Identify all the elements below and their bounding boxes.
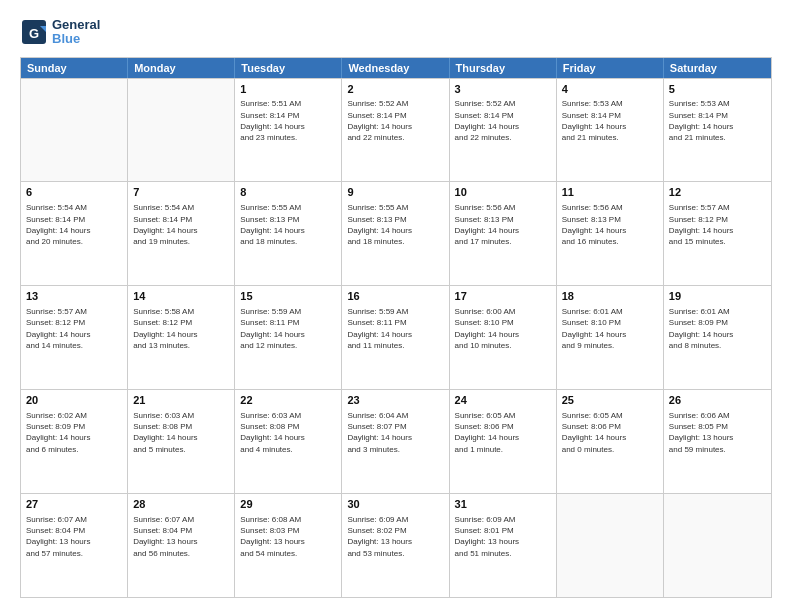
day-info: Sunrise: 6:09 AM Sunset: 8:02 PM Dayligh… [347,514,443,559]
day-cell-19: 19Sunrise: 6:01 AM Sunset: 8:09 PM Dayli… [664,286,771,389]
empty-cell-0-0 [21,79,128,182]
day-number: 21 [133,393,229,408]
calendar-row-3: 13Sunrise: 5:57 AM Sunset: 8:12 PM Dayli… [21,285,771,389]
logo-line2: Blue [52,32,100,46]
day-number: 5 [669,82,766,97]
calendar-header: SundayMondayTuesdayWednesdayThursdayFrid… [21,58,771,78]
day-number: 31 [455,497,551,512]
weekday-header-friday: Friday [557,58,664,78]
day-info: Sunrise: 6:08 AM Sunset: 8:03 PM Dayligh… [240,514,336,559]
day-number: 23 [347,393,443,408]
day-info: Sunrise: 5:57 AM Sunset: 8:12 PM Dayligh… [26,306,122,351]
weekday-header-saturday: Saturday [664,58,771,78]
day-cell-25: 25Sunrise: 6:05 AM Sunset: 8:06 PM Dayli… [557,390,664,493]
day-number: 28 [133,497,229,512]
day-info: Sunrise: 5:53 AM Sunset: 8:14 PM Dayligh… [562,98,658,143]
day-info: Sunrise: 6:03 AM Sunset: 8:08 PM Dayligh… [133,410,229,455]
day-info: Sunrise: 5:54 AM Sunset: 8:14 PM Dayligh… [133,202,229,247]
day-info: Sunrise: 6:04 AM Sunset: 8:07 PM Dayligh… [347,410,443,455]
day-number: 1 [240,82,336,97]
day-number: 2 [347,82,443,97]
day-cell-27: 27Sunrise: 6:07 AM Sunset: 8:04 PM Dayli… [21,494,128,597]
day-info: Sunrise: 6:06 AM Sunset: 8:05 PM Dayligh… [669,410,766,455]
day-cell-3: 3Sunrise: 5:52 AM Sunset: 8:14 PM Daylig… [450,79,557,182]
day-number: 9 [347,185,443,200]
day-info: Sunrise: 5:52 AM Sunset: 8:14 PM Dayligh… [455,98,551,143]
day-number: 10 [455,185,551,200]
day-info: Sunrise: 6:09 AM Sunset: 8:01 PM Dayligh… [455,514,551,559]
day-number: 14 [133,289,229,304]
day-number: 18 [562,289,658,304]
day-info: Sunrise: 5:56 AM Sunset: 8:13 PM Dayligh… [455,202,551,247]
weekday-header-tuesday: Tuesday [235,58,342,78]
day-cell-8: 8Sunrise: 5:55 AM Sunset: 8:13 PM Daylig… [235,182,342,285]
day-info: Sunrise: 5:58 AM Sunset: 8:12 PM Dayligh… [133,306,229,351]
logo-line1: General [52,18,100,32]
day-cell-26: 26Sunrise: 6:06 AM Sunset: 8:05 PM Dayli… [664,390,771,493]
day-cell-11: 11Sunrise: 5:56 AM Sunset: 8:13 PM Dayli… [557,182,664,285]
day-info: Sunrise: 6:05 AM Sunset: 8:06 PM Dayligh… [562,410,658,455]
day-number: 17 [455,289,551,304]
weekday-header-wednesday: Wednesday [342,58,449,78]
day-cell-15: 15Sunrise: 5:59 AM Sunset: 8:11 PM Dayli… [235,286,342,389]
calendar-row-1: 1Sunrise: 5:51 AM Sunset: 8:14 PM Daylig… [21,78,771,182]
empty-cell-0-1 [128,79,235,182]
day-cell-16: 16Sunrise: 5:59 AM Sunset: 8:11 PM Dayli… [342,286,449,389]
day-number: 11 [562,185,658,200]
calendar-row-4: 20Sunrise: 6:02 AM Sunset: 8:09 PM Dayli… [21,389,771,493]
day-number: 26 [669,393,766,408]
day-number: 29 [240,497,336,512]
empty-cell-4-6 [664,494,771,597]
day-cell-1: 1Sunrise: 5:51 AM Sunset: 8:14 PM Daylig… [235,79,342,182]
day-cell-23: 23Sunrise: 6:04 AM Sunset: 8:07 PM Dayli… [342,390,449,493]
day-number: 15 [240,289,336,304]
day-number: 20 [26,393,122,408]
day-cell-7: 7Sunrise: 5:54 AM Sunset: 8:14 PM Daylig… [128,182,235,285]
logo: G General Blue [20,18,100,47]
day-info: Sunrise: 5:55 AM Sunset: 8:13 PM Dayligh… [347,202,443,247]
svg-text:G: G [29,26,39,41]
day-number: 22 [240,393,336,408]
day-info: Sunrise: 5:57 AM Sunset: 8:12 PM Dayligh… [669,202,766,247]
day-cell-20: 20Sunrise: 6:02 AM Sunset: 8:09 PM Dayli… [21,390,128,493]
day-number: 3 [455,82,551,97]
day-info: Sunrise: 6:01 AM Sunset: 8:09 PM Dayligh… [669,306,766,351]
day-cell-17: 17Sunrise: 6:00 AM Sunset: 8:10 PM Dayli… [450,286,557,389]
day-info: Sunrise: 5:59 AM Sunset: 8:11 PM Dayligh… [347,306,443,351]
day-number: 13 [26,289,122,304]
day-info: Sunrise: 6:02 AM Sunset: 8:09 PM Dayligh… [26,410,122,455]
day-info: Sunrise: 5:55 AM Sunset: 8:13 PM Dayligh… [240,202,336,247]
day-number: 8 [240,185,336,200]
day-cell-4: 4Sunrise: 5:53 AM Sunset: 8:14 PM Daylig… [557,79,664,182]
logo-icon: G [20,18,48,46]
day-number: 12 [669,185,766,200]
day-cell-14: 14Sunrise: 5:58 AM Sunset: 8:12 PM Dayli… [128,286,235,389]
day-cell-31: 31Sunrise: 6:09 AM Sunset: 8:01 PM Dayli… [450,494,557,597]
day-info: Sunrise: 6:00 AM Sunset: 8:10 PM Dayligh… [455,306,551,351]
day-info: Sunrise: 5:53 AM Sunset: 8:14 PM Dayligh… [669,98,766,143]
day-cell-10: 10Sunrise: 5:56 AM Sunset: 8:13 PM Dayli… [450,182,557,285]
day-info: Sunrise: 5:52 AM Sunset: 8:14 PM Dayligh… [347,98,443,143]
day-info: Sunrise: 5:54 AM Sunset: 8:14 PM Dayligh… [26,202,122,247]
day-info: Sunrise: 6:05 AM Sunset: 8:06 PM Dayligh… [455,410,551,455]
day-cell-12: 12Sunrise: 5:57 AM Sunset: 8:12 PM Dayli… [664,182,771,285]
empty-cell-4-5 [557,494,664,597]
day-number: 30 [347,497,443,512]
weekday-header-thursday: Thursday [450,58,557,78]
day-number: 25 [562,393,658,408]
day-info: Sunrise: 6:03 AM Sunset: 8:08 PM Dayligh… [240,410,336,455]
day-info: Sunrise: 6:07 AM Sunset: 8:04 PM Dayligh… [26,514,122,559]
day-cell-24: 24Sunrise: 6:05 AM Sunset: 8:06 PM Dayli… [450,390,557,493]
calendar-row-2: 6Sunrise: 5:54 AM Sunset: 8:14 PM Daylig… [21,181,771,285]
day-cell-6: 6Sunrise: 5:54 AM Sunset: 8:14 PM Daylig… [21,182,128,285]
day-info: Sunrise: 6:01 AM Sunset: 8:10 PM Dayligh… [562,306,658,351]
day-number: 16 [347,289,443,304]
day-number: 4 [562,82,658,97]
day-cell-28: 28Sunrise: 6:07 AM Sunset: 8:04 PM Dayli… [128,494,235,597]
day-info: Sunrise: 5:51 AM Sunset: 8:14 PM Dayligh… [240,98,336,143]
day-number: 7 [133,185,229,200]
weekday-header-monday: Monday [128,58,235,78]
day-info: Sunrise: 5:56 AM Sunset: 8:13 PM Dayligh… [562,202,658,247]
calendar: SundayMondayTuesdayWednesdayThursdayFrid… [20,57,772,598]
day-cell-9: 9Sunrise: 5:55 AM Sunset: 8:13 PM Daylig… [342,182,449,285]
